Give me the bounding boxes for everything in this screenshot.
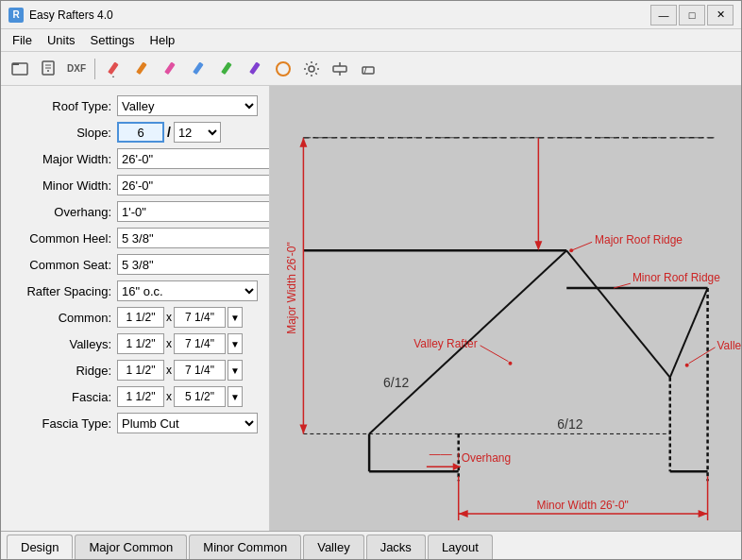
minimize-button[interactable]: —	[650, 5, 677, 25]
slope-label: Slope:	[12, 126, 111, 140]
major-width-row: Major Width:	[12, 148, 258, 169]
ridge-lumber-inputs: x ▼	[117, 360, 243, 381]
svg-point-48	[508, 362, 512, 365]
svg-rect-11	[221, 61, 232, 75]
minor-width-input[interactable]	[117, 175, 270, 195]
svg-line-47	[481, 346, 509, 362]
svg-line-24	[566, 250, 670, 377]
toolbar-pencil-pink[interactable]	[157, 56, 183, 82]
slope-slash: /	[167, 125, 171, 140]
tab-design[interactable]: Design	[7, 535, 73, 559]
valleys-lumber-inputs: x ▼	[117, 333, 243, 354]
tab-major-common[interactable]: Major Common	[75, 535, 187, 559]
toolbar-pencil-green[interactable]	[213, 56, 240, 82]
valley-rafter-right-label: Valley Rafter	[717, 339, 741, 352]
minor-ridge-label: Minor Roof Ridge	[632, 271, 720, 284]
rafter-spacing-label: Rafter Spacing:	[12, 284, 111, 298]
overhang-arrow-text: ——	[430, 448, 452, 461]
menu-help[interactable]: Help	[143, 31, 183, 49]
menu-settings[interactable]: Settings	[83, 31, 143, 49]
overhang-label: Overhang	[462, 451, 511, 465]
menu-bar: File Units Settings Help	[1, 29, 741, 52]
fascia-type-select[interactable]: Plumb Cut	[117, 413, 258, 433]
diagram-svg: Major Width 26'-0" Minor Width 26'-0" Ma…	[270, 86, 741, 531]
svg-point-50	[685, 364, 689, 367]
svg-marker-39	[699, 510, 708, 518]
common-width-input[interactable]	[117, 307, 164, 328]
slope-row: Slope: / 12	[12, 122, 258, 143]
tab-jacks[interactable]: Jacks	[366, 535, 426, 559]
menu-units[interactable]: Units	[40, 31, 83, 49]
slope-input-group: / 12	[117, 122, 221, 143]
tab-bar: Design Major Common Minor Common Valley …	[1, 531, 741, 559]
svg-line-49	[689, 348, 716, 364]
toolbar-print-preview[interactable]	[35, 56, 61, 82]
content-area: Roof Type: Valley Slope: / 12 Major Wid	[1, 86, 741, 531]
fascia-height-input[interactable]	[174, 386, 226, 407]
common-lumber-label: Common:	[12, 311, 111, 325]
tab-layout[interactable]: Layout	[428, 535, 493, 559]
fascia-x: x	[166, 390, 172, 403]
fascia-width-input[interactable]	[117, 386, 164, 407]
roof-type-label: Roof Type:	[12, 99, 111, 113]
tab-minor-common[interactable]: Minor Common	[189, 535, 301, 559]
maximize-button[interactable]: □	[679, 5, 705, 25]
toolbar-pencil-purple[interactable]	[242, 56, 268, 82]
slope-numerator-input[interactable]	[117, 122, 164, 143]
svg-marker-36	[299, 424, 307, 433]
toolbar-pencil-orange[interactable]	[128, 56, 155, 82]
ridge-x: x	[166, 364, 172, 377]
svg-rect-12	[249, 61, 261, 75]
common-heel-row: Common Heel: 🔒	[12, 228, 258, 248]
fascia-arrow[interactable]: ▼	[228, 386, 243, 407]
rafter-spacing-row: Rafter Spacing: 16" o.c.	[12, 280, 258, 301]
svg-rect-8	[136, 61, 147, 75]
common-arrow[interactable]: ▼	[228, 307, 243, 328]
ridge-lumber-row: Ridge: x ▼	[12, 360, 258, 381]
toolbar-dxf[interactable]: DXF	[63, 56, 90, 82]
close-button[interactable]: ✕	[707, 5, 734, 25]
fascia-type-label: Fascia Type:	[12, 416, 111, 431]
overhang-row: Overhang:	[12, 201, 258, 222]
tab-valley[interactable]: Valley	[303, 535, 363, 559]
title-bar: R Easy Rafters 4.0 — □ ✕	[1, 1, 741, 29]
svg-rect-15	[333, 66, 346, 72]
svg-point-5	[47, 70, 49, 72]
toolbar-pencil-blue[interactable]	[185, 56, 211, 82]
menu-file[interactable]: File	[5, 31, 40, 49]
common-lumber-inputs: x ▼	[117, 307, 243, 328]
svg-point-13	[277, 62, 290, 76]
toolbar-pencil-red[interactable]	[100, 56, 126, 82]
ridge-width-input[interactable]	[117, 360, 164, 381]
common-heel-input[interactable]	[117, 228, 270, 248]
roof-type-row: Roof Type: Valley	[12, 95, 258, 116]
ridge-arrow[interactable]: ▼	[228, 360, 243, 381]
toolbar-settings[interactable]	[298, 56, 325, 82]
ridge-height-input[interactable]	[174, 360, 226, 381]
toolbar-tool2[interactable]	[327, 56, 353, 82]
rafter-spacing-select[interactable]: 16" o.c.	[117, 280, 258, 301]
toolbar-eraser[interactable]	[355, 56, 381, 82]
left-panel: Roof Type: Valley Slope: / 12 Major Wid	[1, 86, 270, 531]
valleys-height-input[interactable]	[174, 333, 226, 354]
svg-marker-35	[299, 138, 307, 147]
minor-width-text: Minor Width 26'-0"	[536, 499, 628, 512]
common-x: x	[166, 311, 172, 324]
slope-denominator-select[interactable]: 12	[174, 122, 221, 143]
slope-left-label: 6/12	[383, 375, 409, 390]
toolbar-open[interactable]	[7, 56, 33, 82]
valleys-width-input[interactable]	[117, 333, 164, 354]
common-seat-input[interactable]	[117, 254, 270, 275]
fascia-type-row: Fascia Type: Plumb Cut	[12, 413, 258, 433]
ridge-lumber-label: Ridge:	[12, 364, 111, 378]
major-width-input[interactable]	[117, 148, 270, 169]
app-title: Easy Rafters 4.0	[29, 8, 113, 22]
svg-line-44	[571, 242, 592, 250]
toolbar-circle-orange[interactable]	[270, 56, 296, 82]
valleys-arrow[interactable]: ▼	[228, 333, 243, 354]
common-height-input[interactable]	[174, 307, 226, 328]
roof-type-select[interactable]: Valley	[117, 95, 258, 116]
overhang-input[interactable]	[117, 201, 270, 222]
svg-marker-43	[534, 241, 542, 250]
common-lumber-row: Common: x ▼	[12, 307, 258, 328]
